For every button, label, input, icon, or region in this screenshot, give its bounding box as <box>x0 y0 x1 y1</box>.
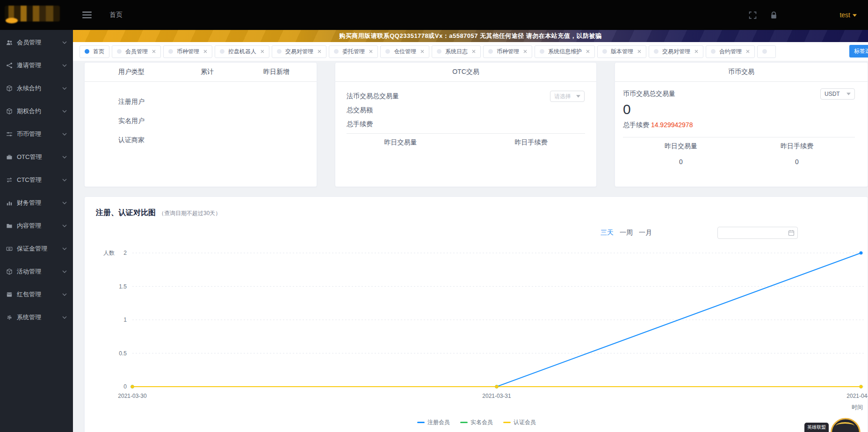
sidebar-item-options[interactable]: 期权合约 <box>0 100 73 122</box>
tab-13[interactable] <box>757 45 776 58</box>
caret-down-icon <box>853 14 857 17</box>
legend-item[interactable]: 认证会员 <box>503 418 536 426</box>
otc-yesterday-fee-label: 昨日手续费 <box>466 138 596 147</box>
user-stats-row: 实名用户 <box>85 111 317 130</box>
legend-item[interactable]: 注册会员 <box>417 418 450 426</box>
tab-3[interactable]: 控盘机器人 <box>215 45 269 58</box>
tab-2[interactable]: 币种管理 <box>163 45 212 58</box>
range-buttons: 三天一周一月 <box>600 229 658 237</box>
tab-dot-icon <box>654 49 658 54</box>
close-icon[interactable] <box>637 50 641 53</box>
username: test <box>839 11 850 19</box>
close-icon[interactable] <box>472 50 476 53</box>
fullscreen-icon[interactable] <box>749 11 757 19</box>
close-icon[interactable] <box>152 50 156 53</box>
hamburger-icon[interactable] <box>82 11 92 19</box>
chevron-down-icon <box>62 202 67 204</box>
share-icon <box>6 62 13 69</box>
otc-rows: 法币交易总交易量请选择总交易额总手续费 <box>335 82 596 131</box>
otc-select[interactable]: 请选择 <box>550 91 585 102</box>
close-icon[interactable] <box>260 50 264 53</box>
tab-8[interactable]: 币种管理 <box>483 45 532 58</box>
close-icon[interactable] <box>694 50 698 53</box>
legend-marker-icon <box>460 422 468 423</box>
close-icon[interactable] <box>523 50 527 53</box>
range-button-2[interactable]: 一月 <box>639 229 652 237</box>
close-icon[interactable] <box>318 50 321 53</box>
user-stats-rows: 注册用户实名用户认证商家 <box>85 82 317 150</box>
sidebar-item-spot[interactable]: 币币管理 <box>0 122 73 145</box>
divider <box>623 137 855 137</box>
user-stats-row: 认证商家 <box>85 130 317 150</box>
coin-footer: 昨日交易量 0 昨日手续费 0 <box>623 142 855 166</box>
sidebar-item-margin[interactable]: 保证金管理 <box>0 237 73 260</box>
tab-dot-icon <box>117 49 122 54</box>
user-stats-card: 用户类型 累计 昨日新增 注册用户实名用户认证商家 <box>84 62 317 187</box>
tab-dot-icon <box>540 49 544 54</box>
legend-item[interactable]: 实名会员 <box>460 418 493 426</box>
legend-marker-icon <box>417 422 425 423</box>
close-icon[interactable] <box>203 50 207 53</box>
breadcrumb-home[interactable]: 首页 <box>109 11 123 19</box>
tab-12[interactable]: 合约管理 <box>706 45 755 58</box>
calendar-icon <box>788 230 795 236</box>
sidebar-item-system[interactable]: 系统管理 <box>0 306 73 329</box>
tab-6[interactable]: 仓位管理 <box>380 45 429 58</box>
sidebar-item-perpetual[interactable]: 永续合约 <box>0 77 73 100</box>
chart-card: 注册、认证对比图 （查询日期不超过30天） 三天一周一月 00.511.52人数… <box>84 196 868 432</box>
sidebar-item-ctc[interactable]: CTC管理 <box>0 168 73 191</box>
chevron-down-icon <box>62 87 67 90</box>
sidebar-item-members[interactable]: 会员管理 <box>0 31 73 54</box>
logo <box>0 0 73 30</box>
chevron-down-icon <box>62 224 67 227</box>
otc-row: 总交易额 <box>335 103 596 117</box>
sidebar-item-activity[interactable]: 活动管理 <box>0 260 73 283</box>
date-range-input[interactable] <box>717 227 798 239</box>
chart-header: 注册、认证对比图 （查询日期不超过30天） <box>96 208 221 218</box>
y-tick: 2 <box>123 250 127 256</box>
tab-4[interactable]: 交易对管理 <box>272 45 326 58</box>
tab-dot-icon <box>85 49 89 54</box>
data-point <box>860 252 863 255</box>
coin-yesterday-volume-value: 0 <box>623 158 739 166</box>
coin-select[interactable]: USDT <box>820 88 855 100</box>
user-menu[interactable]: test <box>839 11 857 19</box>
sidebar-item-finance[interactable]: 财务管理 <box>0 191 73 214</box>
floating-badge-icon[interactable] <box>831 418 861 432</box>
lock-icon[interactable] <box>770 11 778 19</box>
chart-legend: 注册会员实名会员认证会员 <box>85 418 868 426</box>
chart-title: 注册、认证对比图 <box>96 208 156 218</box>
coin-body: 币币交易总交易量 USDT 0 总手续费 14.929942978 昨日交易量 … <box>615 88 868 166</box>
tab-5[interactable]: 委托管理 <box>329 45 378 58</box>
sidebar-item-redpacket[interactable]: 红包管理 <box>0 283 73 306</box>
close-icon[interactable] <box>586 50 590 53</box>
tab-7[interactable]: 系统日志 <box>432 45 481 58</box>
chevron-down-icon <box>62 156 67 158</box>
close-icon[interactable] <box>369 50 373 53</box>
floating-badge[interactable]: 英雄联盟 <box>798 411 868 432</box>
tab-options-button[interactable]: 标签选项 <box>849 45 868 58</box>
tab-10[interactable]: 版本管理 <box>597 45 646 58</box>
date-input-field[interactable] <box>718 228 788 238</box>
briefcase-icon <box>6 154 13 160</box>
tab-0[interactable]: 首页 <box>80 45 109 58</box>
sidebar-item-otc[interactable]: OTC管理 <box>0 145 73 168</box>
sidebar-item-invites[interactable]: 邀请管理 <box>0 54 73 77</box>
chevron-down-icon <box>62 41 67 44</box>
tab-list: 首页会员管理币种管理控盘机器人交易对管理委托管理仓位管理系统日志币种管理系统信息… <box>73 42 868 61</box>
tab-1[interactable]: 会员管理 <box>112 45 161 58</box>
tab-11[interactable]: 交易对管理 <box>649 45 703 58</box>
legend-marker-icon <box>503 422 511 423</box>
sidebar-item-content[interactable]: 内容管理 <box>0 214 73 237</box>
x-tick: 2021-03-31 <box>482 393 511 399</box>
coin-select-value: USDT <box>825 91 840 97</box>
floating-badge-label: 英雄联盟 <box>804 423 829 432</box>
tab-9[interactable]: 系统信息维护 <box>535 45 595 58</box>
close-icon[interactable] <box>420 50 424 53</box>
tab-dot-icon <box>488 49 493 54</box>
main-content: 用户类型 累计 昨日新增 注册用户实名用户认证商家 OTC交易 法币交易总交易量… <box>73 61 868 432</box>
gear-icon <box>6 314 13 321</box>
close-icon[interactable] <box>746 50 750 53</box>
range-button-0[interactable]: 三天 <box>600 229 614 237</box>
range-button-1[interactable]: 一周 <box>620 229 633 237</box>
